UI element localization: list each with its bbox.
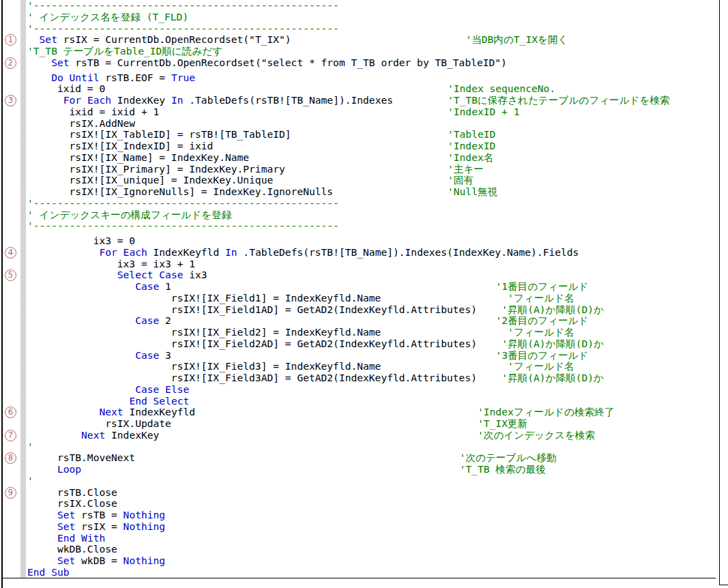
code-line: Next IndexKeyfld'Indexフィールドの検索終了 [27, 407, 195, 418]
comment-line: '---------------------------------------… [27, 0, 339, 12]
comment-line: '---------------------------------------… [27, 23, 339, 35]
keyword: Set [51, 57, 69, 68]
code-line: End With [27, 533, 105, 544]
keyword: In [171, 94, 184, 106]
code-line: wkDB.Close [27, 544, 117, 555]
keyword: Set [57, 555, 75, 566]
code-line: Case 1'1番目のフィールド [27, 281, 171, 293]
keyword: Select [154, 395, 190, 407]
code-line: rsIX![IX_Field1AD] = GetAD2(IndexKeyfld.… [27, 304, 477, 316]
inline-comment: '2番目のフィールド [495, 315, 588, 327]
code-line: rsIX![IX_Field3AD] = GetAD2(IndexKeyfld.… [27, 372, 477, 384]
code-line: Set rsIX = CurrentDb.OpenRecordset("T_IX… [27, 34, 291, 46]
keyword: Next [99, 406, 123, 417]
code-line: Case 3'3番目のフィールド [27, 350, 171, 362]
inline-comment: '昇順(A)か降順(D)か [501, 338, 604, 350]
inline-comment: '主キー [448, 164, 484, 175]
keyword: Nothing [123, 509, 166, 520]
step-marker-7: 7 [5, 430, 16, 441]
comment-line: ' インデックスキーの構成フィールドを登録 [27, 209, 231, 221]
comment-line: '---------------------------------------… [27, 198, 339, 209]
code-line: End Sub [27, 567, 70, 578]
inline-comment: '固有 [448, 175, 474, 186]
keyword: True [171, 72, 195, 83]
inline-comment: '昇順(A)か降順(D)か [501, 372, 604, 384]
keyword: Nothing [123, 555, 166, 566]
inline-comment: 'IndexID [448, 141, 495, 152]
bottom-cell-border [1, 578, 716, 578]
keyword: In [225, 246, 237, 258]
code-line: Set rsTB = CurrentDb.OpenRecordset("sele… [27, 57, 507, 69]
vba-code-view: 123456789 '-----------------------------… [0, 0, 728, 588]
keyword: Do [51, 72, 63, 83]
code-line: Select Case ix3 [27, 269, 207, 281]
code-line: Case 2'2番目のフィールド [27, 315, 171, 327]
keyword: Sub [51, 566, 69, 578]
step-marker-9: 9 [5, 487, 16, 499]
inline-comment: 'IndexID + 1 [448, 106, 519, 118]
keyword: Case [135, 314, 159, 326]
code-line: rsIX.AddNew [27, 118, 135, 130]
keyword: Each [87, 94, 111, 106]
code-line: rsIX![IX_Field3] = IndexKeyfld.Name'フィール… [27, 361, 381, 372]
inline-comment: '1番目のフィールド [495, 281, 588, 293]
inline-comment: 'Index sequenceNo. [448, 83, 555, 95]
code-line: rsIX.Close [27, 498, 117, 510]
keyword: Case [135, 280, 159, 292]
comment-line: ' [27, 441, 33, 453]
comment-line: ' インデックス名を登録 (T_FLD) [27, 12, 188, 23]
comment-line: 'T_TB テーブルをTable_ID順に読みだす [27, 46, 222, 57]
keyword: Select [117, 269, 154, 280]
comment-line: '---------------------------------------… [27, 220, 339, 232]
comment-line: ' [27, 475, 33, 487]
code-line: For Each IndexKey In .TableDefs(rsTB![TB… [27, 95, 393, 106]
code-line: rsIX![IX_Field1] = IndexKeyfld.Name'フィール… [27, 293, 381, 304]
step-marker-5: 5 [5, 269, 16, 281]
code-line: rsIX![IX_unique] = IndexKey.Unique'固有 [27, 175, 273, 186]
inline-comment: 'T_TB 検索の最後 [460, 464, 546, 475]
keyword: Loop [57, 463, 81, 475]
inline-comment: 'Index名 [448, 152, 493, 164]
code-line: rsIX![IX_Primary] = IndexKey.Primary'主キー [27, 164, 285, 175]
code-line: rsTB.MoveNext'次のテーブルへ移動 [27, 452, 135, 464]
code-line: For Each IndexKeyfld In .TableDefs(rsTB!… [27, 247, 579, 259]
code-line: rsIX![IX_IndexID] = ixid'IndexID [27, 141, 213, 152]
inline-comment: 'T_TBに保存されたテーブルのフィールドを検索 [448, 95, 670, 106]
code-line: ix3 = 0 [27, 235, 135, 247]
keyword: Set [40, 33, 57, 45]
code-line: ix3 = ix3 + 1 [27, 259, 195, 270]
code-line: rsIX![IX_TableID] = rsTB![TB_TableID]'Ta… [27, 129, 291, 141]
code-line: Set rsIX = Nothing [27, 521, 165, 533]
keyword: End [57, 532, 75, 544]
step-marker-4: 4 [5, 247, 16, 259]
code-line: rsTB.Close [27, 487, 117, 499]
code-line: ixid = 0'Index sequenceNo. [27, 83, 105, 95]
inline-comment: 'Null無視 [448, 186, 497, 198]
step-marker-8: 8 [5, 452, 16, 464]
code-line: rsIX![IX_IgnoreNulls] = IndexKey.IgnoreN… [27, 186, 333, 198]
code-line: rsIX![IX_Field2] = IndexKeyfld.Name'フィール… [27, 327, 381, 338]
keyword: Nothing [123, 520, 166, 532]
code-line: Do Until rsTB.EOF = True [27, 72, 195, 84]
inline-comment: 'フィールド名 [508, 293, 574, 304]
keyword: End [129, 395, 147, 407]
keyword: With [81, 532, 105, 544]
keyword: Case [135, 349, 159, 361]
keyword: For [63, 94, 81, 106]
keyword: End [27, 566, 45, 578]
inline-comment: '3番目のフィールド [495, 350, 588, 362]
step-marker-1: 1 [5, 34, 16, 46]
keyword: Case [135, 383, 159, 395]
keyword: Next [81, 429, 105, 441]
inline-comment: '当DB内のT_IXを開く [465, 34, 568, 46]
inline-comment: '昇順(A)か降順(D)か [501, 304, 604, 316]
keyword: Set [57, 520, 75, 532]
step-marker-3: 3 [5, 95, 16, 106]
keyword: Each [123, 246, 147, 258]
inline-comment: '次のインデックスを検索 [478, 430, 595, 441]
code-line: ixid = ixid + 1'IndexID + 1 [27, 106, 159, 118]
code-line: Set rsTB = Nothing [27, 510, 165, 521]
inline-comment: 'フィールド名 [508, 327, 574, 338]
code-line: Set wkDB = Nothing [27, 555, 165, 567]
code-line: Loop'T_TB 検索の最後 [27, 464, 81, 475]
